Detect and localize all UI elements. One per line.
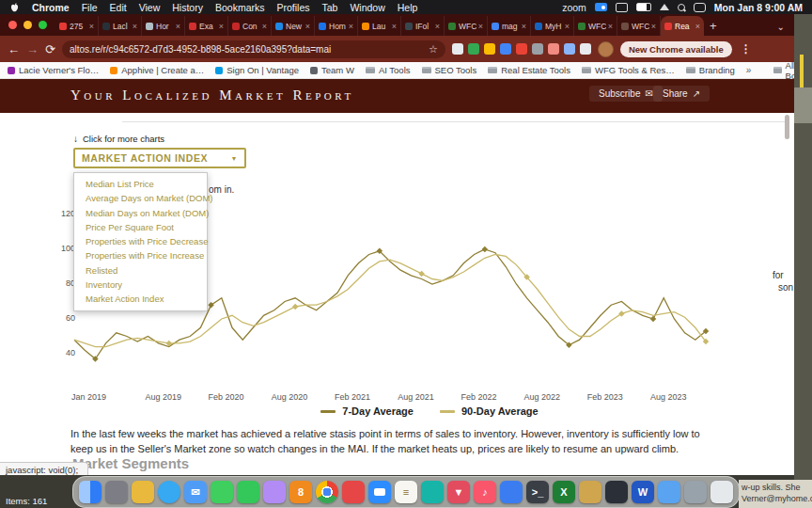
reload-button[interactable]: ⟳: [45, 42, 55, 56]
control-center-icon[interactable]: [694, 3, 706, 12]
close-tab-icon[interactable]: ×: [565, 22, 570, 31]
extension-8-icon[interactable]: [564, 43, 575, 55]
url-text[interactable]: altos.re/r/c94c6572-d7d3-4952-b898-5ace2…: [70, 44, 423, 55]
close-tab-icon[interactable]: ×: [219, 22, 224, 31]
extension-9-icon[interactable]: [580, 43, 591, 55]
tab-wfc-9[interactable]: WFC×: [445, 16, 488, 36]
menu-window[interactable]: Window: [350, 2, 384, 13]
spotlight-search-icon[interactable]: [678, 4, 685, 11]
menu-chrome[interactable]: Chrome: [32, 2, 70, 13]
battery-icon[interactable]: [636, 3, 651, 11]
close-tab-icon[interactable]: ×: [133, 22, 137, 31]
close-window-button[interactable]: [8, 21, 17, 29]
dock-icon-facetime[interactable]: [237, 481, 259, 503]
bookmark-wfg-tools-res-[interactable]: WFG Tools & Res…: [582, 65, 675, 75]
dock-icon-downloads[interactable]: [684, 481, 707, 503]
dock-icon-teams[interactable]: [421, 481, 444, 503]
extension-7-icon[interactable]: [548, 43, 559, 55]
dock-icon-terminal[interactable]: >_: [526, 481, 549, 503]
dock-icon-messages[interactable]: [211, 481, 233, 503]
forward-button[interactable]: →: [26, 42, 39, 56]
click-more-charts[interactable]: ↓ Click for more charts: [73, 134, 164, 144]
menu-bookmarks[interactable]: Bookmarks: [215, 2, 265, 13]
tab-lau-7[interactable]: Lau×: [358, 16, 401, 36]
tab-rea-14[interactable]: Rea×: [661, 16, 704, 36]
zoom-camera-icon[interactable]: [595, 3, 607, 11]
dock-icon-folder[interactable]: [579, 481, 601, 503]
menu-tab[interactable]: Tab: [321, 2, 337, 13]
menu-item-properties-with-price-decrease[interactable]: Properties with Price Decrease: [74, 234, 207, 248]
bookmark-sign-on-vantage[interactable]: Sign On | Vantage: [215, 65, 299, 75]
dock-icon-reminders[interactable]: [342, 481, 365, 503]
back-button[interactable]: ←: [8, 42, 20, 56]
minimize-window-button[interactable]: [23, 21, 32, 29]
close-tab-icon[interactable]: ×: [608, 22, 613, 31]
new-tab-button[interactable]: +: [704, 19, 723, 36]
tab-wfc-13[interactable]: WFC×: [617, 16, 661, 36]
bookmark-star-icon[interactable]: ☆: [429, 43, 438, 56]
tab-275-0[interactable]: 275×: [55, 16, 99, 36]
menu-item-properties-with-price-increase[interactable]: Properties with Price Increase: [74, 248, 207, 262]
dock-icon-finder[interactable]: [79, 481, 102, 503]
menu-item-average-days-on-market-dom-[interactable]: Average Days on Market (DOM): [74, 191, 207, 205]
dock-icon-maps[interactable]: ▼: [447, 481, 470, 503]
wifi-icon[interactable]: [660, 4, 669, 10]
close-tab-icon[interactable]: ×: [262, 22, 267, 31]
close-tab-icon[interactable]: ×: [435, 22, 440, 31]
dock-icon-keynote[interactable]: [605, 481, 628, 503]
zoom-menu-label[interactable]: zoom: [562, 2, 586, 13]
menu-item-inventory[interactable]: Inventory: [74, 278, 207, 292]
dock-icon-excel[interactable]: X: [553, 481, 575, 503]
tab-wfc-12[interactable]: WFC×: [574, 16, 617, 36]
bookmark-real-estate-tools[interactable]: Real Estate Tools: [488, 65, 570, 75]
bookmark-apphive-create-a-[interactable]: Apphive | Create a…: [110, 65, 204, 75]
tab-con-4[interactable]: Con×: [228, 16, 272, 36]
share-button[interactable]: Share ↗: [653, 86, 710, 102]
close-tab-icon[interactable]: ×: [349, 22, 353, 31]
dock-icon-word[interactable]: W: [632, 481, 654, 503]
address-bar[interactable]: altos.re/r/c94c6572-d7d3-4952-b898-5ace2…: [62, 40, 445, 58]
extension-1-icon[interactable]: [452, 43, 463, 55]
close-tab-icon[interactable]: ×: [305, 22, 310, 31]
dock-icon-docs[interactable]: [500, 481, 523, 503]
dock-icon-mail[interactable]: ✉: [184, 481, 207, 503]
close-tab-icon[interactable]: ×: [89, 22, 94, 31]
chrome-update-button[interactable]: New Chrome available: [620, 41, 732, 57]
chart-select-dropdown[interactable]: Market Action Index ▼: [73, 148, 246, 168]
profile-avatar[interactable]: [598, 41, 614, 57]
menu-profiles[interactable]: Profiles: [276, 2, 309, 13]
display-icon[interactable]: [616, 3, 628, 12]
tab-hom-6[interactable]: Hom×: [315, 16, 358, 36]
dock-icon-zoom[interactable]: [368, 481, 391, 503]
bookmark-lacie-verner-s-flo-[interactable]: Lacie Verner's Flo…: [8, 65, 99, 75]
menu-item-median-list-price[interactable]: Median List Price: [74, 177, 207, 191]
dock-icon-music[interactable]: ♪: [474, 481, 496, 503]
tab-exa-3[interactable]: Exa×: [185, 16, 228, 36]
dock-icon-onedrive[interactable]: [658, 481, 680, 503]
menu-item-price-per-square-foot[interactable]: Price Per Square Foot: [74, 220, 207, 234]
menu-item-relisted[interactable]: Relisted: [74, 263, 207, 278]
menu-file[interactable]: File: [82, 2, 98, 13]
bookmark-seo-tools[interactable]: SEO Tools: [422, 65, 477, 75]
close-tab-icon[interactable]: ×: [522, 22, 526, 31]
dock-icon-safari[interactable]: [158, 481, 180, 503]
dock-icon-notes[interactable]: ≡: [395, 481, 417, 503]
menu-item-market-action-index[interactable]: Market Action Index: [74, 292, 207, 306]
tab-hor-2[interactable]: Hor×: [142, 16, 185, 36]
menu-bar-clock[interactable]: Mon Jan 8 9:00 AM: [714, 2, 803, 13]
zoom-window-button[interactable]: [39, 21, 47, 29]
close-tab-icon[interactable]: ×: [695, 22, 700, 31]
dock-icon-photos[interactable]: [263, 481, 286, 503]
menu-help[interactable]: Help: [398, 2, 418, 13]
apple-logo-icon[interactable]: [9, 2, 20, 13]
tab-search-chevron-icon[interactable]: ⌄: [777, 22, 794, 36]
browser-menu-icon[interactable]: ⋮: [739, 42, 754, 56]
subscribe-button[interactable]: Subscribe ✉: [589, 86, 663, 102]
dock-icon-app-library[interactable]: [132, 481, 154, 503]
dock-icon-trash[interactable]: [710, 481, 733, 503]
tab-lacl-1[interactable]: Lacl×: [99, 16, 142, 36]
tab-mag-10[interactable]: mag×: [488, 16, 531, 36]
menu-edit[interactable]: Edit: [110, 2, 127, 13]
extension-5-icon[interactable]: [516, 43, 527, 55]
bookmark-ai-tools[interactable]: AI Tools: [366, 65, 411, 75]
